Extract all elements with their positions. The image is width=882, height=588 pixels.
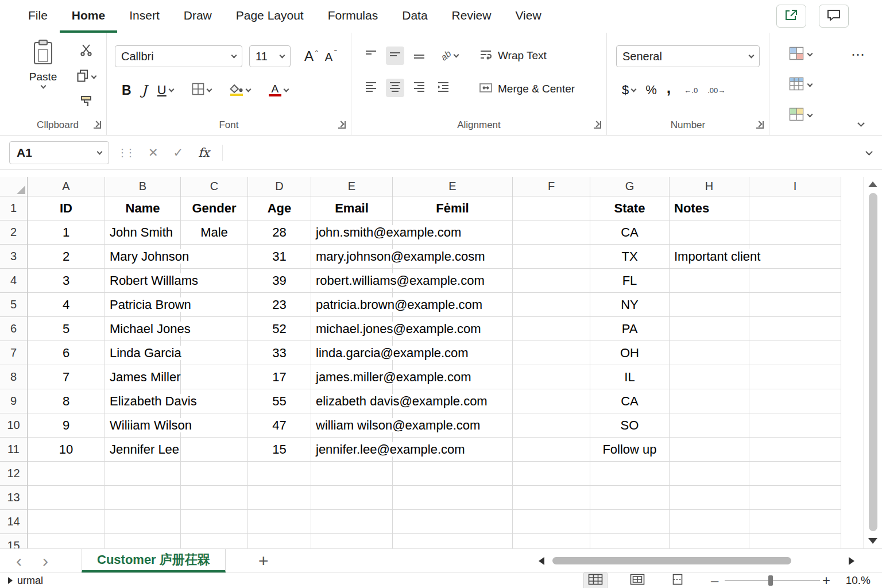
orientation-button[interactable]: ab xyxy=(439,48,461,63)
cell[interactable] xyxy=(670,534,749,548)
column-header[interactable]: D xyxy=(248,177,311,196)
cell[interactable] xyxy=(393,293,513,317)
cell[interactable] xyxy=(670,220,749,245)
cell[interactable]: Robert Willlams xyxy=(105,269,181,293)
column-header[interactable]: G xyxy=(590,177,670,196)
scroll-up-icon[interactable] xyxy=(868,181,877,187)
cell[interactable] xyxy=(670,510,749,534)
zoom-slider[interactable] xyxy=(725,573,820,588)
cell[interactable]: robert.williams@example.com xyxy=(311,269,393,293)
cell[interactable] xyxy=(248,462,311,486)
row-header[interactable]: 11 xyxy=(0,438,28,462)
align-top-button[interactable] xyxy=(362,47,380,65)
cell[interactable] xyxy=(749,534,841,548)
cell[interactable] xyxy=(670,413,749,438)
cell[interactable] xyxy=(393,245,513,269)
cell[interactable] xyxy=(513,269,590,293)
font-dialog-launcher[interactable] xyxy=(338,121,346,129)
zoom-in-button[interactable]: + xyxy=(822,573,830,588)
cell[interactable] xyxy=(590,462,670,486)
formula-input[interactable] xyxy=(223,136,866,169)
cell[interactable] xyxy=(393,534,513,548)
cell-styles-button[interactable] xyxy=(789,107,812,123)
cell[interactable] xyxy=(513,341,590,365)
cell[interactable]: Email xyxy=(311,196,393,220)
cell[interactable] xyxy=(749,269,841,293)
enter-button[interactable]: ✓ xyxy=(173,146,184,160)
cell[interactable]: 55 xyxy=(248,389,311,413)
row-header[interactable]: 1 xyxy=(0,196,28,220)
cell[interactable] xyxy=(311,486,393,510)
font-size-select[interactable]: 11 xyxy=(249,45,291,67)
column-header[interactable]: F xyxy=(513,177,590,196)
cell[interactable]: Notes xyxy=(670,196,749,220)
page-layout-view-button[interactable] xyxy=(626,572,649,588)
row-header[interactable]: 9 xyxy=(0,389,28,413)
row-header[interactable]: 15 xyxy=(0,534,28,548)
cell[interactable] xyxy=(181,365,248,389)
h-scroll-right-icon[interactable] xyxy=(849,557,854,565)
comma-style-button[interactable]: , xyxy=(667,79,671,97)
cell[interactable]: 2 xyxy=(28,245,105,269)
italic-button[interactable]: J xyxy=(142,83,147,98)
h-scroll-left-icon[interactable] xyxy=(539,557,544,565)
cell[interactable] xyxy=(311,534,393,548)
cell[interactable]: 9 xyxy=(28,413,105,438)
cell[interactable]: 7 xyxy=(28,365,105,389)
cell[interactable]: 5 xyxy=(28,317,105,341)
number-dialog-launcher[interactable] xyxy=(756,121,764,129)
cell[interactable] xyxy=(28,534,105,548)
cell[interactable] xyxy=(749,220,841,245)
column-header[interactable]: A xyxy=(28,177,105,196)
font-name-select[interactable]: Callbri xyxy=(115,45,242,67)
formula-bar-drag-handle[interactable]: ⋮⋮ xyxy=(117,146,133,159)
cell[interactable] xyxy=(393,341,513,365)
cell[interactable] xyxy=(513,196,590,220)
cut-button[interactable] xyxy=(71,42,101,60)
cell[interactable] xyxy=(749,245,841,269)
cell[interactable]: Elizabeth Davis xyxy=(105,389,181,413)
cell[interactable]: linda.garcia@example.com xyxy=(311,341,393,365)
cell[interactable] xyxy=(181,317,248,341)
cell[interactable]: State xyxy=(590,196,670,220)
cell[interactable]: 8 xyxy=(28,389,105,413)
row-header[interactable]: 12 xyxy=(0,462,28,486)
cell[interactable] xyxy=(248,510,311,534)
wrap-text-button[interactable]: Wrap Text xyxy=(479,49,547,63)
cell[interactable]: william wilson@example.com xyxy=(311,413,393,438)
cell[interactable] xyxy=(28,510,105,534)
cell[interactable] xyxy=(513,317,590,341)
comments-button[interactable] xyxy=(819,5,849,28)
increase-decimal-button[interactable]: ←.0 xyxy=(684,86,698,95)
cell[interactable] xyxy=(749,413,841,438)
cell[interactable] xyxy=(181,341,248,365)
cell[interactable] xyxy=(670,317,749,341)
cell[interactable] xyxy=(670,341,749,365)
row-header[interactable]: 7 xyxy=(0,341,28,365)
borders-button[interactable] xyxy=(192,83,211,98)
cell[interactable]: Male xyxy=(181,220,248,245)
cell[interactable] xyxy=(311,462,393,486)
grow-font-button[interactable]: Aˆ xyxy=(304,48,318,64)
cell[interactable] xyxy=(513,462,590,486)
menu-item-home[interactable]: Home xyxy=(60,0,117,33)
font-color-button[interactable]: A xyxy=(269,84,288,96)
cell[interactable]: mary.johnson@example.cosm xyxy=(311,245,393,269)
cell[interactable] xyxy=(749,438,841,462)
cell[interactable] xyxy=(311,510,393,534)
bold-button[interactable]: B xyxy=(122,83,131,98)
row-header[interactable]: 2 xyxy=(0,220,28,245)
menu-item-review[interactable]: Review xyxy=(440,0,504,33)
cell[interactable]: 39 xyxy=(248,269,311,293)
paste-dropdown-icon[interactable] xyxy=(40,83,46,89)
cell[interactable] xyxy=(749,389,841,413)
cell[interactable]: Linda Garcia xyxy=(105,341,181,365)
cell[interactable] xyxy=(749,486,841,510)
cell[interactable]: Gender xyxy=(181,196,248,220)
indent-button[interactable] xyxy=(434,79,452,97)
normal-view-button[interactable] xyxy=(583,572,608,588)
add-sheet-button[interactable]: + xyxy=(258,549,269,572)
conditional-formatting-button[interactable] xyxy=(789,47,812,63)
cell[interactable]: 47 xyxy=(248,413,311,438)
cell[interactable] xyxy=(513,245,590,269)
